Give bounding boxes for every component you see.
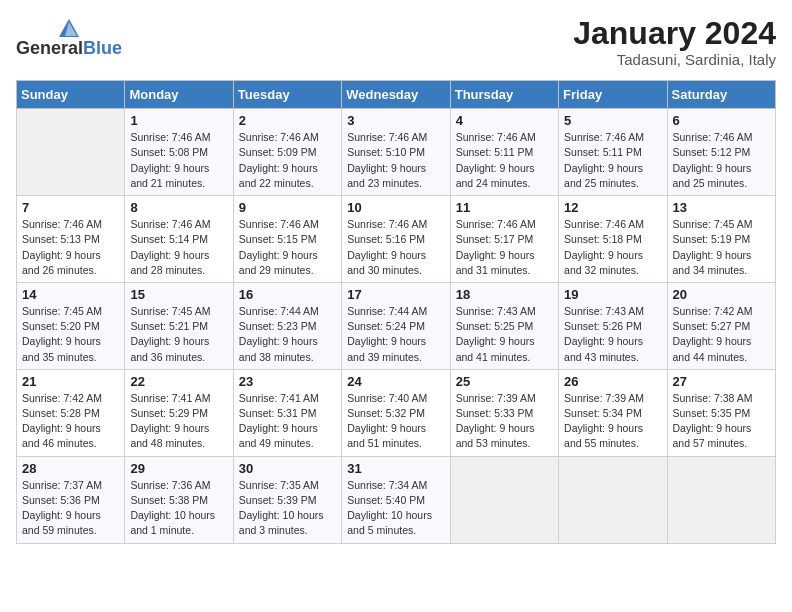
header-cell-saturday: Saturday xyxy=(667,81,775,109)
day-number: 31 xyxy=(347,461,444,476)
day-number: 3 xyxy=(347,113,444,128)
day-info: Sunrise: 7:35 AMSunset: 5:39 PMDaylight:… xyxy=(239,478,336,539)
calendar-cell: 24Sunrise: 7:40 AMSunset: 5:32 PMDayligh… xyxy=(342,369,450,456)
day-info: Sunrise: 7:45 AMSunset: 5:21 PMDaylight:… xyxy=(130,304,227,365)
day-number: 7 xyxy=(22,200,119,215)
day-info: Sunrise: 7:46 AMSunset: 5:10 PMDaylight:… xyxy=(347,130,444,191)
title-block: January 2024 Tadasuni, Sardinia, Italy xyxy=(573,16,776,68)
day-number: 25 xyxy=(456,374,553,389)
calendar-cell: 20Sunrise: 7:42 AMSunset: 5:27 PMDayligh… xyxy=(667,282,775,369)
day-info: Sunrise: 7:42 AMSunset: 5:27 PMDaylight:… xyxy=(673,304,770,365)
day-info: Sunrise: 7:46 AMSunset: 5:12 PMDaylight:… xyxy=(673,130,770,191)
calendar-header-row: SundayMondayTuesdayWednesdayThursdayFrid… xyxy=(17,81,776,109)
day-number: 24 xyxy=(347,374,444,389)
logo-blue-text: Blue xyxy=(83,39,122,57)
calendar-cell: 28Sunrise: 7:37 AMSunset: 5:36 PMDayligh… xyxy=(17,456,125,543)
day-number: 13 xyxy=(673,200,770,215)
logo-general-text: General xyxy=(16,39,83,57)
day-info: Sunrise: 7:45 AMSunset: 5:19 PMDaylight:… xyxy=(673,217,770,278)
day-number: 20 xyxy=(673,287,770,302)
calendar-cell: 18Sunrise: 7:43 AMSunset: 5:25 PMDayligh… xyxy=(450,282,558,369)
calendar-cell: 31Sunrise: 7:34 AMSunset: 5:40 PMDayligh… xyxy=(342,456,450,543)
day-number: 1 xyxy=(130,113,227,128)
day-number: 8 xyxy=(130,200,227,215)
calendar-cell: 17Sunrise: 7:44 AMSunset: 5:24 PMDayligh… xyxy=(342,282,450,369)
calendar-cell: 21Sunrise: 7:42 AMSunset: 5:28 PMDayligh… xyxy=(17,369,125,456)
day-info: Sunrise: 7:34 AMSunset: 5:40 PMDaylight:… xyxy=(347,478,444,539)
calendar-cell: 15Sunrise: 7:45 AMSunset: 5:21 PMDayligh… xyxy=(125,282,233,369)
day-info: Sunrise: 7:44 AMSunset: 5:24 PMDaylight:… xyxy=(347,304,444,365)
calendar-cell: 5Sunrise: 7:46 AMSunset: 5:11 PMDaylight… xyxy=(559,109,667,196)
day-info: Sunrise: 7:38 AMSunset: 5:35 PMDaylight:… xyxy=(673,391,770,452)
calendar-week-row: 28Sunrise: 7:37 AMSunset: 5:36 PMDayligh… xyxy=(17,456,776,543)
day-info: Sunrise: 7:46 AMSunset: 5:17 PMDaylight:… xyxy=(456,217,553,278)
day-info: Sunrise: 7:45 AMSunset: 5:20 PMDaylight:… xyxy=(22,304,119,365)
day-info: Sunrise: 7:46 AMSunset: 5:08 PMDaylight:… xyxy=(130,130,227,191)
day-number: 23 xyxy=(239,374,336,389)
day-number: 29 xyxy=(130,461,227,476)
calendar-cell: 26Sunrise: 7:39 AMSunset: 5:34 PMDayligh… xyxy=(559,369,667,456)
calendar-cell: 27Sunrise: 7:38 AMSunset: 5:35 PMDayligh… xyxy=(667,369,775,456)
calendar-week-row: 14Sunrise: 7:45 AMSunset: 5:20 PMDayligh… xyxy=(17,282,776,369)
header-cell-monday: Monday xyxy=(125,81,233,109)
day-number: 28 xyxy=(22,461,119,476)
day-number: 6 xyxy=(673,113,770,128)
calendar-cell: 9Sunrise: 7:46 AMSunset: 5:15 PMDaylight… xyxy=(233,196,341,283)
day-number: 2 xyxy=(239,113,336,128)
day-number: 27 xyxy=(673,374,770,389)
day-info: Sunrise: 7:46 AMSunset: 5:13 PMDaylight:… xyxy=(22,217,119,278)
calendar-cell xyxy=(559,456,667,543)
calendar-week-row: 1Sunrise: 7:46 AMSunset: 5:08 PMDaylight… xyxy=(17,109,776,196)
header-cell-sunday: Sunday xyxy=(17,81,125,109)
calendar-title: January 2024 xyxy=(573,16,776,51)
day-info: Sunrise: 7:43 AMSunset: 5:25 PMDaylight:… xyxy=(456,304,553,365)
header-cell-tuesday: Tuesday xyxy=(233,81,341,109)
day-info: Sunrise: 7:46 AMSunset: 5:16 PMDaylight:… xyxy=(347,217,444,278)
calendar-cell: 10Sunrise: 7:46 AMSunset: 5:16 PMDayligh… xyxy=(342,196,450,283)
day-info: Sunrise: 7:39 AMSunset: 5:33 PMDaylight:… xyxy=(456,391,553,452)
calendar-cell xyxy=(17,109,125,196)
day-info: Sunrise: 7:43 AMSunset: 5:26 PMDaylight:… xyxy=(564,304,661,365)
day-number: 15 xyxy=(130,287,227,302)
day-info: Sunrise: 7:41 AMSunset: 5:29 PMDaylight:… xyxy=(130,391,227,452)
day-number: 26 xyxy=(564,374,661,389)
day-info: Sunrise: 7:46 AMSunset: 5:11 PMDaylight:… xyxy=(564,130,661,191)
calendar-cell: 11Sunrise: 7:46 AMSunset: 5:17 PMDayligh… xyxy=(450,196,558,283)
calendar-cell xyxy=(667,456,775,543)
day-number: 17 xyxy=(347,287,444,302)
day-number: 5 xyxy=(564,113,661,128)
day-number: 18 xyxy=(456,287,553,302)
day-info: Sunrise: 7:46 AMSunset: 5:15 PMDaylight:… xyxy=(239,217,336,278)
day-info: Sunrise: 7:37 AMSunset: 5:36 PMDaylight:… xyxy=(22,478,119,539)
calendar-cell: 12Sunrise: 7:46 AMSunset: 5:18 PMDayligh… xyxy=(559,196,667,283)
day-info: Sunrise: 7:36 AMSunset: 5:38 PMDaylight:… xyxy=(130,478,227,539)
calendar-cell: 8Sunrise: 7:46 AMSunset: 5:14 PMDaylight… xyxy=(125,196,233,283)
calendar-cell: 22Sunrise: 7:41 AMSunset: 5:29 PMDayligh… xyxy=(125,369,233,456)
calendar-cell: 4Sunrise: 7:46 AMSunset: 5:11 PMDaylight… xyxy=(450,109,558,196)
calendar-location: Tadasuni, Sardinia, Italy xyxy=(573,51,776,68)
day-info: Sunrise: 7:46 AMSunset: 5:14 PMDaylight:… xyxy=(130,217,227,278)
day-number: 14 xyxy=(22,287,119,302)
logo: General Blue xyxy=(16,16,122,57)
calendar-cell: 13Sunrise: 7:45 AMSunset: 5:19 PMDayligh… xyxy=(667,196,775,283)
day-number: 22 xyxy=(130,374,227,389)
day-number: 16 xyxy=(239,287,336,302)
day-info: Sunrise: 7:44 AMSunset: 5:23 PMDaylight:… xyxy=(239,304,336,365)
day-info: Sunrise: 7:42 AMSunset: 5:28 PMDaylight:… xyxy=(22,391,119,452)
calendar-cell: 3Sunrise: 7:46 AMSunset: 5:10 PMDaylight… xyxy=(342,109,450,196)
calendar-cell: 23Sunrise: 7:41 AMSunset: 5:31 PMDayligh… xyxy=(233,369,341,456)
calendar-body: 1Sunrise: 7:46 AMSunset: 5:08 PMDaylight… xyxy=(17,109,776,543)
day-info: Sunrise: 7:46 AMSunset: 5:18 PMDaylight:… xyxy=(564,217,661,278)
day-number: 9 xyxy=(239,200,336,215)
calendar-cell: 2Sunrise: 7:46 AMSunset: 5:09 PMDaylight… xyxy=(233,109,341,196)
calendar-cell: 19Sunrise: 7:43 AMSunset: 5:26 PMDayligh… xyxy=(559,282,667,369)
calendar-cell: 16Sunrise: 7:44 AMSunset: 5:23 PMDayligh… xyxy=(233,282,341,369)
calendar-cell: 7Sunrise: 7:46 AMSunset: 5:13 PMDaylight… xyxy=(17,196,125,283)
day-number: 30 xyxy=(239,461,336,476)
calendar-cell: 6Sunrise: 7:46 AMSunset: 5:12 PMDaylight… xyxy=(667,109,775,196)
calendar-cell xyxy=(450,456,558,543)
calendar-cell: 14Sunrise: 7:45 AMSunset: 5:20 PMDayligh… xyxy=(17,282,125,369)
calendar-table: SundayMondayTuesdayWednesdayThursdayFrid… xyxy=(16,80,776,543)
header-cell-thursday: Thursday xyxy=(450,81,558,109)
day-info: Sunrise: 7:46 AMSunset: 5:11 PMDaylight:… xyxy=(456,130,553,191)
